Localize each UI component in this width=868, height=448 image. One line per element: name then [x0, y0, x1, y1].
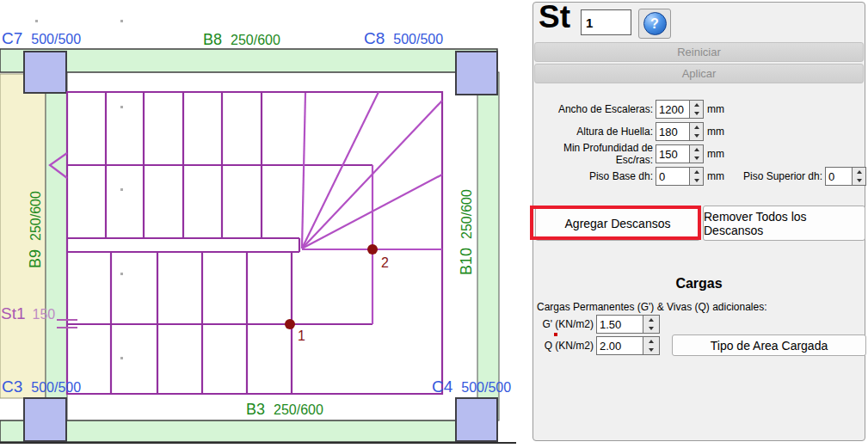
- spin-down-icon[interactable]: [643, 324, 659, 333]
- piso-base-unit: mm: [707, 170, 724, 182]
- tipo-area-cargada-button[interactable]: Tipo de Area Cargada: [672, 334, 866, 356]
- piso-superior-stepper[interactable]: [825, 167, 866, 186]
- agregar-descansos-button[interactable]: Agregar Descansos: [535, 206, 700, 241]
- cargas-title: Cargas: [533, 276, 865, 292]
- spin-down-icon[interactable]: [690, 176, 703, 185]
- help-icon: ?: [643, 12, 667, 35]
- carga-g-row: G' (KN/m2): [533, 314, 660, 334]
- landing-point-1-marker[interactable]: [285, 319, 295, 329]
- carga-g-stepper[interactable]: [596, 315, 660, 334]
- help-button[interactable]: ?: [638, 9, 671, 39]
- param-row-huella: Altura de Huella: mm: [533, 121, 865, 142]
- piso-base-stepper[interactable]: [656, 167, 704, 186]
- column-label-c7: C7 500/500: [2, 29, 81, 48]
- spin-up-icon[interactable]: [690, 123, 703, 132]
- spin-down-icon[interactable]: [643, 346, 659, 354]
- carga-g-label: G' (KN/m2): [533, 318, 594, 330]
- column-label-c8: C8 500/500: [364, 29, 443, 48]
- beam-b3[interactable]: [0, 420, 497, 442]
- spin-down-icon[interactable]: [853, 176, 865, 185]
- beam-label-b3: B3 250/600: [246, 401, 323, 419]
- param-row-pisos: Piso Base dh: mm Piso Superior dh: mm: [533, 166, 865, 187]
- huella-input[interactable]: [656, 123, 689, 140]
- stair-plan-view[interactable]: C7 500/500 B8 250/600 C8 500/500 C3 500/…: [0, 0, 531, 448]
- stair-number-input[interactable]: [581, 9, 631, 35]
- beam-b10[interactable]: [477, 72, 499, 420]
- spin-up-icon[interactable]: [853, 168, 865, 176]
- stair-outline: [67, 92, 442, 394]
- carga-q-input[interactable]: [597, 337, 643, 354]
- column-c3[interactable]: [24, 398, 66, 441]
- piso-superior-input[interactable]: [826, 168, 852, 185]
- ancho-label: Ancho de Escaleras:: [533, 103, 653, 115]
- huella-unit: mm: [707, 126, 724, 138]
- profundidad-label: Min Profundidad de Esc/ras:: [533, 142, 653, 166]
- app-window: C7 500/500 B8 250/600 C8 500/500 C3 500/…: [0, 0, 868, 448]
- stair-winder-fan: [302, 92, 442, 324]
- spin-up-icon[interactable]: [690, 168, 703, 176]
- carga-q-stepper[interactable]: [596, 336, 660, 355]
- ancho-stepper[interactable]: [656, 100, 704, 119]
- spin-up-icon[interactable]: [643, 316, 659, 324]
- huella-stepper[interactable]: [656, 122, 704, 141]
- column-c4[interactable]: [456, 398, 497, 441]
- huella-label: Altura de Huella:: [533, 126, 653, 138]
- stair-properties-panel: St ? Reiniciar Aplicar Ancho de Escalera…: [532, 2, 865, 441]
- beam-label-b9: B9 250/600: [27, 191, 45, 268]
- remover-descansos-button[interactable]: Remover Todos los Descansos: [703, 206, 865, 241]
- beam-label-b10: B10 250/600: [458, 189, 476, 275]
- carga-g-input[interactable]: [597, 316, 643, 333]
- beam-b8[interactable]: [0, 49, 497, 72]
- stair-id-label: St: [539, 0, 570, 35]
- aplicar-button[interactable]: Aplicar: [534, 64, 864, 83]
- piso-base-label: Piso Base dh:: [533, 170, 653, 182]
- landing-point-1-label: 1: [298, 328, 305, 344]
- spin-up-icon[interactable]: [643, 337, 659, 346]
- landing-point-2-marker[interactable]: [367, 244, 378, 255]
- spin-down-icon[interactable]: [690, 132, 703, 140]
- param-row-profundidad: Min Profundidad de Esc/ras: mm: [533, 144, 865, 164]
- column-label-c4: C4 500/500: [432, 377, 511, 396]
- column-c7[interactable]: [24, 52, 66, 93]
- beam-label-b8: B8 250/600: [203, 31, 280, 49]
- carga-q-row: Q (KN/m2): [533, 335, 660, 356]
- ancho-unit: mm: [707, 103, 724, 115]
- spin-down-icon[interactable]: [690, 154, 703, 163]
- beam-b9[interactable]: [46, 72, 67, 420]
- ancho-input[interactable]: [656, 101, 689, 118]
- carga-q-label: Q (KN/m2): [533, 340, 594, 352]
- spin-down-icon[interactable]: [690, 109, 703, 118]
- reiniciar-button[interactable]: Reiniciar: [534, 42, 864, 62]
- piso-superior-label: Piso Superior dh:: [743, 170, 822, 182]
- spin-up-icon[interactable]: [690, 145, 703, 154]
- profundidad-stepper[interactable]: [656, 144, 704, 163]
- column-label-c3: C3 500/500: [2, 377, 81, 396]
- cargas-description: Cargas Permanentes (G') & Vivas (Q) adic…: [537, 301, 767, 313]
- profundidad-unit: mm: [707, 148, 724, 160]
- profundidad-input[interactable]: [656, 145, 689, 163]
- param-row-ancho: Ancho de Escaleras: mm: [533, 99, 865, 120]
- spin-up-icon[interactable]: [690, 101, 703, 109]
- column-c8[interactable]: [456, 52, 497, 95]
- landing-point-2-label: 2: [381, 255, 389, 271]
- stair-label-st1: St1 150: [1, 304, 55, 323]
- piso-base-input[interactable]: [656, 168, 689, 185]
